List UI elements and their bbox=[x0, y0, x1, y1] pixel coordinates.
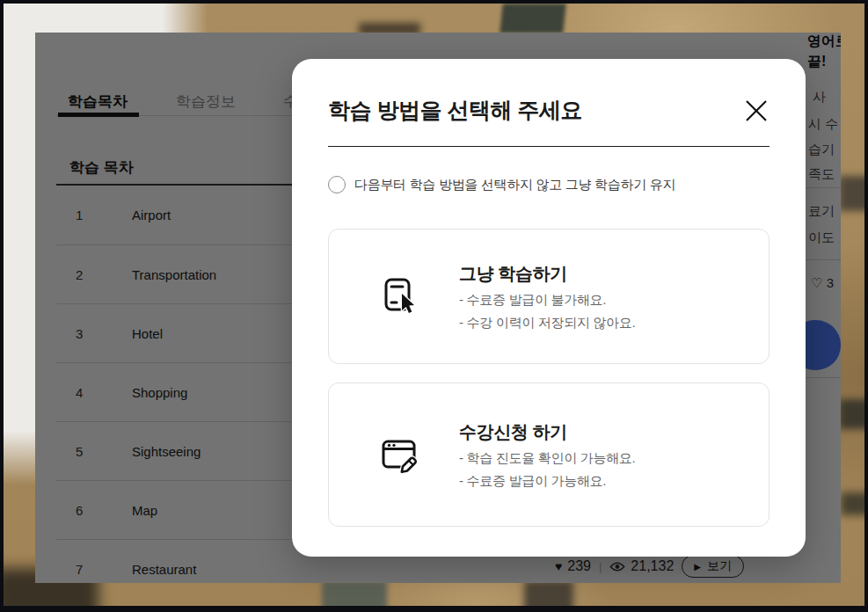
window-pencil-icon bbox=[378, 434, 420, 476]
modal-divider bbox=[328, 146, 770, 147]
book-cursor-icon bbox=[378, 275, 420, 317]
modal-title: 학습 방법을 선택해 주세요 bbox=[328, 96, 582, 125]
photo-strap bbox=[322, 580, 387, 612]
photo-shadow bbox=[839, 176, 868, 211]
photo-shadow bbox=[524, 580, 573, 612]
option-description: - 수강 이력이 저장되지 않아요. bbox=[459, 315, 635, 332]
photo-shadow bbox=[841, 492, 868, 515]
modal-header: 학습 방법을 선택해 주세요 bbox=[328, 96, 770, 127]
option-enroll[interactable]: 수강신청 하기 - 학습 진도율 확인이 가능해요. - 수료증 발급이 가능해… bbox=[328, 382, 770, 527]
remember-choice-option[interactable]: 다음부터 학습 방법을 선택하지 않고 그냥 학습하기 유지 bbox=[328, 176, 770, 193]
option-description: - 수료증 발급이 불가해요. bbox=[459, 292, 635, 309]
option-text: 그냥 학습하기 - 수료증 발급이 불가해요. - 수강 이력이 저장되지 않아… bbox=[459, 262, 635, 332]
app-window: 학습목차 학습정보 수 학습 목차 1 Airport 2 Transporta… bbox=[0, 0, 868, 612]
photo-light-area bbox=[4, 30, 36, 485]
close-button[interactable] bbox=[743, 98, 770, 127]
option-just-learn[interactable]: 그냥 학습하기 - 수료증 발급이 불가해요. - 수강 이력이 저장되지 않아… bbox=[328, 229, 770, 364]
remember-choice-label: 다음부터 학습 방법을 선택하지 않고 그냥 학습하기 유지 bbox=[354, 177, 675, 193]
photo-strap bbox=[500, 4, 566, 33]
option-text: 수강신청 하기 - 학습 진도율 확인이 가능해요. - 수료증 발급이 가능해… bbox=[459, 420, 635, 490]
learning-method-modal: 학습 방법을 선택해 주세요 다음부터 학습 방법을 선택하지 않고 그냥 학습… bbox=[292, 59, 806, 557]
radio-unselected-icon[interactable] bbox=[328, 176, 346, 193]
photo-light-area bbox=[4, 4, 208, 33]
option-description: - 수료증 발급이 가능해요. bbox=[459, 473, 635, 490]
option-title: 수강신청 하기 bbox=[459, 420, 635, 444]
close-icon bbox=[743, 98, 770, 124]
photo-shadow bbox=[839, 399, 868, 429]
option-title: 그냥 학습하기 bbox=[459, 262, 635, 286]
option-description: - 학습 진도율 확인이 가능해요. bbox=[459, 450, 635, 467]
